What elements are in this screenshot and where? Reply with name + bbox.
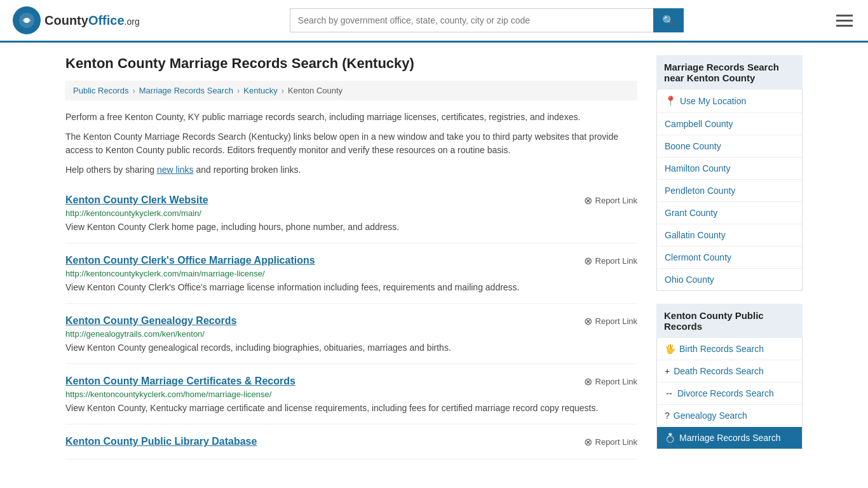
report-link-3[interactable]: ⊗ Report Link (584, 376, 637, 388)
public-record-link-2[interactable]: Divorce Records Search (677, 388, 774, 398)
result-url-0: http://kentoncountykyclerk.com/main/ (65, 208, 637, 218)
main-wrapper: Kenton County Marriage Records Search (K… (53, 43, 815, 475)
result-url-3: https://kentoncountykyclerk.com/home/mar… (65, 390, 637, 399)
result-item: Kenton County Public Library Database ⊗ … (65, 424, 637, 459)
public-records-items: 🖐Birth Records Search+Death Records Sear… (657, 338, 802, 449)
nearby-counties-header: Marriage Records Search near Kenton Coun… (656, 55, 803, 90)
public-record-icon-4: 💍 (665, 433, 675, 443)
result-url-1: http://kentoncountykyclerk.com/main/marr… (65, 269, 637, 278)
result-desc-3: View Kenton County, Kentucky marriage ce… (65, 402, 637, 415)
nearby-county-link-7[interactable]: Ohio County (665, 274, 714, 285)
nearby-counties-box: Marriage Records Search near Kenton Coun… (656, 55, 803, 291)
result-title-0[interactable]: Kenton County Clerk Website (65, 194, 208, 206)
nearby-county-item-0[interactable]: Campbell County (657, 113, 802, 135)
logo-area: CountyOffice.org (13, 6, 140, 34)
nearby-county-link-5[interactable]: Gallatin County (665, 230, 726, 240)
nearby-county-link-4[interactable]: Grant County (665, 208, 717, 218)
logo-text: CountyOffice.org (44, 13, 140, 28)
public-records-list: 🖐Birth Records Search+Death Records Sear… (656, 338, 803, 449)
report-link-0[interactable]: ⊗ Report Link (584, 194, 637, 207)
nearby-county-item-4[interactable]: Grant County (657, 202, 802, 224)
nearby-county-link-2[interactable]: Hamilton County (665, 163, 731, 173)
result-item: Kenton County Clerk's Office Marriage Ap… (65, 243, 637, 304)
breadcrumb: Public Records › Marriage Records Search… (65, 81, 637, 100)
public-record-link-1[interactable]: Death Records Search (674, 366, 764, 376)
search-area: 🔍 (290, 8, 684, 32)
nearby-county-item-6[interactable]: Clermont County (657, 247, 802, 269)
public-record-icon-1: + (665, 366, 670, 376)
intro-paragraph-2: The Kenton County Marriage Records Searc… (65, 130, 637, 157)
svg-point-1 (24, 18, 29, 23)
use-my-location-item[interactable]: 📍 Use My Location (657, 90, 802, 113)
result-item: Kenton County Genealogy Records ⊗ Report… (65, 304, 637, 364)
public-record-icon-2: ↔ (665, 388, 674, 398)
result-url-2: http://genealogytrails.com/ken/kenton/ (65, 329, 637, 339)
nearby-county-item-7[interactable]: Ohio County (657, 269, 802, 290)
nearby-county-link-3[interactable]: Pendleton County (665, 186, 735, 196)
public-record-item-1[interactable]: +Death Records Search (657, 360, 802, 383)
public-record-item-3[interactable]: ?Genealogy Search (657, 405, 802, 427)
public-record-item-0[interactable]: 🖐Birth Records Search (657, 338, 802, 360)
nearby-county-item-2[interactable]: Hamilton County (657, 158, 802, 180)
search-input[interactable] (290, 8, 653, 32)
nearby-county-item-5[interactable]: Gallatin County (657, 224, 802, 247)
location-dot-icon: 📍 (665, 95, 677, 107)
result-desc-0: View Kenton County Clerk home page, incl… (65, 220, 637, 234)
intro-3-post: and reporting broken links. (194, 165, 301, 175)
result-item: Kenton County Clerk Website ⊗ Report Lin… (65, 183, 637, 243)
new-links-link[interactable]: new links (157, 165, 194, 175)
nearby-county-link-1[interactable]: Boone County (665, 141, 721, 151)
result-header-2: Kenton County Genealogy Records ⊗ Report… (65, 315, 637, 329)
public-record-link-4[interactable]: Marriage Records Search (679, 433, 781, 443)
result-header-0: Kenton County Clerk Website ⊗ Report Lin… (65, 194, 637, 208)
breadcrumb-kenton-county: Kenton County (288, 86, 342, 95)
logo-icon (13, 6, 41, 34)
result-desc-2: View Kenton County genealogical records,… (65, 341, 637, 355)
breadcrumb-kentucky[interactable]: Kentucky (243, 86, 277, 95)
nearby-county-item-1[interactable]: Boone County (657, 135, 802, 158)
public-record-item-2[interactable]: ↔Divorce Records Search (657, 383, 802, 405)
nearby-county-link-6[interactable]: Clermont County (665, 252, 731, 262)
nearby-county-item-3[interactable]: Pendleton County (657, 180, 802, 202)
nearby-county-link-0[interactable]: Campbell County (665, 119, 733, 129)
breadcrumb-sep-2: › (237, 86, 240, 95)
report-link-2[interactable]: ⊗ Report Link (584, 315, 637, 327)
public-record-icon-3: ? (665, 410, 670, 421)
public-records-header: Kenton County Public Records (656, 304, 803, 338)
breadcrumb-public-records[interactable]: Public Records (73, 86, 128, 95)
report-link-1[interactable]: ⊗ Report Link (584, 255, 637, 267)
report-link-4[interactable]: ⊗ Report Link (584, 436, 637, 448)
report-icon-0: ⊗ (584, 194, 592, 207)
breadcrumb-marriage-records-search[interactable]: Marriage Records Search (139, 86, 233, 95)
menu-button[interactable] (834, 12, 855, 29)
content-area: Kenton County Marriage Records Search (K… (65, 55, 637, 462)
report-link-label-4: Report Link (595, 437, 637, 447)
use-my-location-link[interactable]: Use My Location (680, 96, 746, 106)
result-title-2[interactable]: Kenton County Genealogy Records (65, 315, 236, 327)
report-icon-4: ⊗ (584, 436, 592, 448)
public-record-item-4[interactable]: 💍Marriage Records Search (657, 427, 802, 449)
report-link-label-1: Report Link (595, 256, 637, 266)
result-header-4: Kenton County Public Library Database ⊗ … (65, 436, 637, 450)
public-record-link-3[interactable]: Genealogy Search (674, 410, 747, 421)
public-record-icon-0: 🖐 (665, 344, 675, 354)
header: CountyOffice.org 🔍 (0, 0, 868, 43)
intro-3-pre: Help others by sharing (65, 165, 157, 175)
report-link-label-0: Report Link (595, 196, 637, 205)
public-records-box: Kenton County Public Records 🖐Birth Reco… (656, 304, 803, 449)
breadcrumb-sep-1: › (132, 86, 135, 95)
report-icon-1: ⊗ (584, 255, 592, 267)
intro-paragraph-3: Help others by sharing new links and rep… (65, 163, 637, 177)
public-record-link-0[interactable]: Birth Records Search (679, 344, 764, 354)
sidebar: Marriage Records Search near Kenton Coun… (656, 55, 803, 462)
result-header-3: Kenton County Marriage Certificates & Re… (65, 376, 637, 390)
result-title-3[interactable]: Kenton County Marriage Certificates & Re… (65, 376, 295, 387)
results-list: Kenton County Clerk Website ⊗ Report Lin… (65, 183, 637, 459)
report-icon-3: ⊗ (584, 376, 592, 388)
result-header-1: Kenton County Clerk's Office Marriage Ap… (65, 255, 637, 269)
report-icon-2: ⊗ (584, 315, 592, 327)
result-title-4[interactable]: Kenton County Public Library Database (65, 436, 257, 447)
result-title-1[interactable]: Kenton County Clerk's Office Marriage Ap… (65, 255, 315, 266)
search-button[interactable]: 🔍 (653, 8, 684, 32)
report-link-label-3: Report Link (595, 377, 637, 386)
